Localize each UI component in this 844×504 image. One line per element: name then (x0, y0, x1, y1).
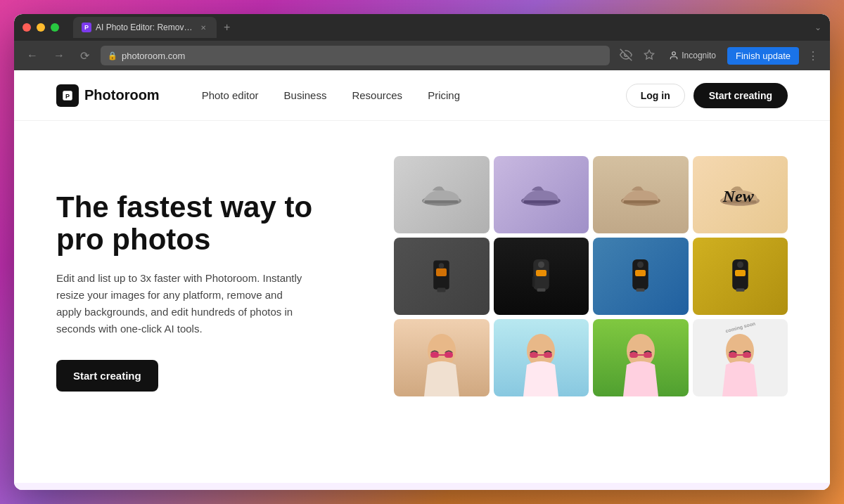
new-tab-button[interactable]: + (219, 21, 234, 34)
hero-content: The fastest way to pro photos Edit and l… (56, 149, 366, 490)
grid-image-10 (494, 319, 589, 396)
svg-rect-47 (737, 354, 743, 356)
nav-business[interactable]: Business (284, 89, 327, 101)
hero-description: Edit and list up to 3x faster with Photo… (56, 270, 309, 337)
svg-point-29 (737, 261, 743, 268)
grid-image-1 (394, 156, 490, 233)
security-lock-icon: 🔒 (108, 51, 117, 60)
grid-image-8 (693, 238, 788, 315)
svg-rect-43 (638, 354, 644, 356)
svg-rect-46 (743, 352, 751, 358)
login-button[interactable]: Log in (626, 84, 685, 108)
grid-image-12: coming soon (693, 319, 788, 396)
svg-rect-23 (635, 270, 646, 276)
address-bar[interactable]: 🔒 photoroom.com (101, 46, 610, 65)
browser-menu-button[interactable]: ⌄ (814, 22, 821, 32)
svg-rect-35 (439, 354, 445, 356)
svg-rect-14 (436, 269, 447, 276)
nav-links: Photo editor Business Resources Pricing (202, 89, 626, 101)
svg-rect-10 (623, 200, 657, 203)
tab-close-button[interactable]: ✕ (198, 22, 208, 32)
new-text-overlay: New (693, 160, 785, 233)
hero-image-grid: New (394, 149, 788, 490)
url-text: photoroom.com (122, 51, 185, 61)
tab-favicon: P (82, 22, 91, 32)
hero-title: The fastest way to pro photos (56, 191, 366, 256)
start-creating-nav-button[interactable]: Start creating (693, 83, 788, 108)
svg-rect-15 (437, 288, 446, 292)
logo-link[interactable]: P Photoroom (56, 84, 160, 107)
hero-cta-button[interactable]: Start creating (56, 360, 158, 392)
refresh-button[interactable]: ⟳ (76, 46, 94, 65)
grid-image-11 (593, 319, 689, 396)
browser-titlebar: P AI Photo Editor: Remove Bac… ✕ + ⌄ (14, 14, 830, 41)
svg-rect-21 (532, 276, 535, 287)
website-content: P Photoroom Photo editor Business Resour… (14, 70, 830, 490)
svg-rect-37 (530, 352, 538, 358)
svg-point-2 (672, 52, 676, 56)
logo-icon: P (56, 84, 79, 107)
grid-image-5 (394, 238, 490, 315)
grid-image-7 (593, 238, 689, 315)
minimize-window-button[interactable] (37, 23, 45, 32)
svg-rect-42 (644, 352, 652, 358)
svg-rect-28 (736, 288, 744, 292)
svg-rect-39 (538, 354, 544, 356)
svg-rect-38 (544, 352, 552, 358)
svg-rect-18 (536, 270, 546, 276)
nav-resources[interactable]: Resources (352, 89, 402, 101)
nav-photo-editor[interactable]: Photo editor (202, 89, 259, 101)
maximize-window-button[interactable] (51, 23, 59, 32)
svg-point-16 (439, 263, 445, 269)
close-window-button[interactable] (23, 23, 31, 32)
eye-off-icon[interactable] (617, 46, 635, 66)
incognito-label: Incognito (682, 51, 716, 60)
incognito-button[interactable]: Incognito (663, 48, 722, 63)
browser-kebab-menu[interactable]: ⋮ (805, 46, 821, 65)
active-tab[interactable]: P AI Photo Editor: Remove Bac… ✕ (73, 17, 217, 38)
grid-image-2 (494, 156, 589, 233)
svg-text:P: P (65, 92, 70, 99)
svg-rect-27 (735, 270, 746, 276)
svg-rect-34 (445, 352, 453, 358)
browser-toolbar: ← → ⟳ 🔒 photoroom.com (14, 41, 830, 70)
browser-window: P AI Photo Editor: Remove Bac… ✕ + ⌄ ← →… (14, 14, 830, 490)
logo-text: Photoroom (84, 87, 160, 103)
svg-rect-45 (729, 352, 737, 358)
back-button[interactable]: ← (23, 46, 42, 65)
grid-image-3 (593, 156, 689, 233)
grid-image-4: New (693, 156, 788, 233)
nav-pricing[interactable]: Pricing (428, 89, 460, 101)
forward-button[interactable]: → (49, 46, 69, 65)
finish-update-button[interactable]: Finish update (727, 47, 799, 65)
grid-image-9 (394, 319, 490, 396)
star-icon[interactable] (641, 46, 658, 65)
svg-rect-33 (430, 352, 439, 358)
svg-rect-6 (424, 200, 458, 203)
tab-bar: P AI Photo Editor: Remove Bac… ✕ + (73, 17, 809, 38)
nav-actions: Log in Start creating (626, 83, 788, 108)
svg-rect-41 (629, 352, 638, 358)
svg-point-25 (637, 261, 644, 268)
grid-image-6 (494, 238, 589, 315)
toolbar-right: Incognito Finish update ⋮ (617, 46, 821, 66)
tab-title: AI Photo Editor: Remove Bac… (96, 22, 194, 32)
svg-rect-24 (637, 288, 645, 292)
svg-point-20 (538, 261, 544, 268)
site-nav: P Photoroom Photo editor Business Resour… (14, 70, 830, 121)
svg-rect-8 (524, 200, 558, 203)
hero-section: The fastest way to pro photos Edit and l… (14, 121, 830, 490)
svg-marker-1 (645, 50, 654, 59)
svg-rect-19 (537, 288, 545, 292)
